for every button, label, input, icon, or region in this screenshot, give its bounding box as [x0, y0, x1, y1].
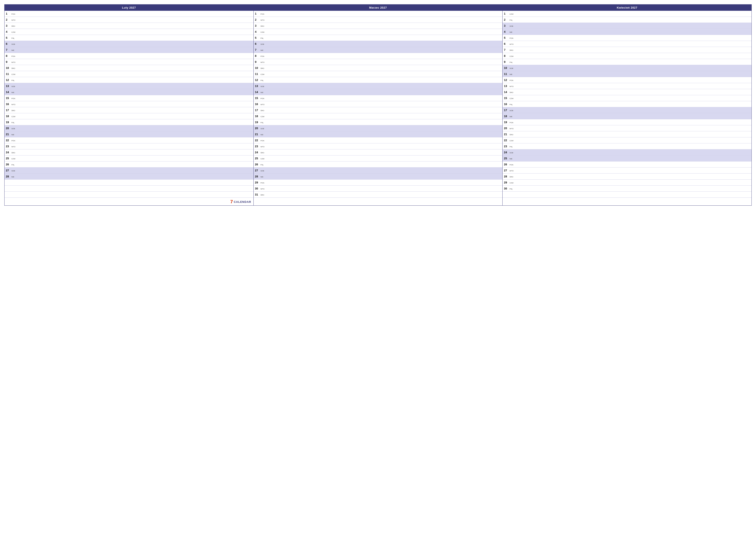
day-name: SOB	[509, 152, 513, 154]
day-name: WTO	[509, 128, 514, 130]
day-row: 15PON	[254, 95, 502, 101]
day-number: 10	[6, 66, 11, 69]
day-name: WTO	[260, 146, 265, 148]
day-number: 8	[6, 54, 11, 58]
day-number: 27	[255, 169, 260, 172]
day-number: 2	[504, 18, 509, 21]
day-name: WTO	[12, 146, 15, 148]
day-name: PON	[509, 122, 513, 124]
day-row: 3ŚRO	[254, 23, 502, 29]
month-header-february: Luty 2027	[5, 5, 254, 11]
day-number: 10	[504, 66, 509, 69]
day-name: SOB	[260, 170, 264, 172]
day-row: 6SOB	[5, 41, 254, 47]
day-row: 30WTO	[254, 186, 502, 191]
day-name: WTO	[260, 104, 265, 106]
day-number: 8	[504, 54, 509, 58]
logo-footer: 7CALENDAR	[5, 198, 254, 205]
day-number: 22	[504, 139, 509, 142]
day-name: NIE	[260, 134, 263, 136]
day-number: 13	[255, 85, 260, 88]
day-row: 9PIĄ	[502, 59, 751, 65]
day-name: PON	[509, 164, 513, 166]
day-name: SOB	[12, 170, 15, 172]
day-name: ŚRO	[509, 49, 513, 51]
day-row: 22PON	[5, 138, 254, 143]
day-name: PON	[12, 97, 15, 100]
day-name: PON	[260, 140, 264, 142]
day-name: PON	[260, 13, 264, 15]
day-name: CZW	[12, 31, 15, 33]
day-row: 25NIE	[502, 156, 751, 162]
day-row: 26PON	[502, 162, 751, 167]
day-row: 17ŚRO	[254, 107, 502, 113]
day-row: 15CZW	[502, 95, 751, 101]
day-number: 7	[6, 48, 11, 51]
day-name: CZW	[509, 55, 513, 58]
day-name: PON	[12, 13, 15, 15]
day-name: SOB	[509, 67, 513, 69]
day-row: 12PIĄ	[254, 77, 502, 83]
day-row-empty	[5, 180, 254, 186]
day-name: CZW	[509, 140, 513, 142]
month-col-march: Marzec 20271PON2WTO3ŚRO4CZW5PIĄ6SOB7NIE8…	[254, 5, 503, 205]
day-row: 12PIĄ	[5, 77, 254, 83]
day-name: SOB	[12, 43, 15, 45]
day-row: 3SOB	[502, 23, 751, 29]
day-number: 19	[255, 120, 260, 124]
day-row: 8PON	[5, 53, 254, 59]
month-header-april: Kwiecień 2027	[502, 5, 751, 11]
day-row: 10ŚRO	[5, 65, 254, 71]
day-name: NIE	[509, 158, 512, 160]
day-name: CZW	[12, 73, 15, 76]
day-row: 26PIĄ	[5, 162, 254, 167]
day-name: SOB	[509, 25, 513, 27]
day-name: NIE	[12, 49, 14, 51]
day-name: PIĄ	[260, 79, 263, 82]
day-number: 16	[504, 103, 509, 106]
day-row: 27SOB	[254, 167, 502, 173]
day-number: 28	[255, 175, 260, 178]
day-number: 13	[504, 85, 509, 88]
day-number: 17	[504, 109, 509, 112]
day-name: CZW	[509, 13, 513, 15]
day-name: WTO	[12, 62, 15, 64]
day-name: CZW	[260, 158, 264, 160]
day-number: 17	[255, 109, 260, 112]
day-number: 27	[6, 169, 11, 172]
day-row: 22CZW	[502, 138, 751, 143]
day-row: 18CZW	[254, 113, 502, 119]
day-row: 31ŚRO	[254, 191, 502, 198]
day-row: 24ŚRO	[5, 149, 254, 156]
day-row: 16WTO	[254, 101, 502, 107]
day-name: NIE	[260, 91, 263, 94]
day-row: 2PIĄ	[502, 17, 751, 23]
day-row: 14NIE	[254, 89, 502, 95]
day-name: PON	[260, 97, 264, 100]
day-number: 18	[504, 114, 509, 118]
day-number: 18	[6, 114, 11, 118]
day-number: 2	[255, 18, 260, 21]
month-header-march: Marzec 2027	[254, 5, 502, 11]
day-row: 21ŚRO	[502, 131, 751, 138]
day-number: 14	[6, 90, 11, 94]
day-number: 13	[6, 85, 11, 88]
month-col-february: Luty 20271PON2WTO3ŚRO4CZW5PIĄ6SOB7NIE8PO…	[5, 5, 254, 205]
day-number: 10	[255, 66, 260, 69]
day-row: 5PON	[502, 35, 751, 41]
day-row: 6SOB	[254, 41, 502, 47]
day-row: 12PON	[502, 77, 751, 83]
day-number: 4	[255, 30, 260, 33]
logo-area: 7CALENDAR	[230, 199, 251, 205]
day-number: 29	[255, 181, 260, 184]
day-row: 6WTO	[502, 41, 751, 47]
day-number: 1	[255, 12, 260, 15]
day-name: ŚRO	[12, 25, 15, 27]
day-name: PON	[12, 55, 15, 58]
day-name: SOB	[12, 86, 15, 88]
day-name: PIĄ	[12, 122, 14, 124]
day-row: 7ŚRO	[502, 47, 751, 53]
day-name: WTO	[509, 86, 514, 88]
day-row: 17ŚRO	[5, 107, 254, 113]
day-name: ŚRO	[260, 110, 264, 112]
